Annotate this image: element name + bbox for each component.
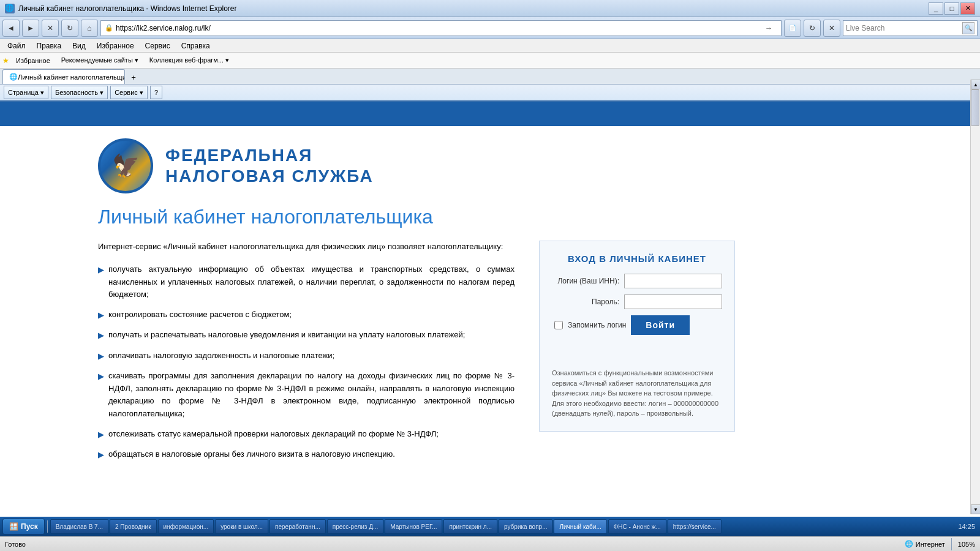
password-label: Пароль: — [552, 298, 619, 306]
taskbar-item-9[interactable]: Личный каби... — [554, 519, 606, 534]
menu-help[interactable]: Справка — [176, 40, 215, 51]
title-bar-left: 🌐 Личный кабинет налогоплательщика - Win… — [5, 4, 236, 13]
taskbar-item-5[interactable]: пресс-релиз Д... — [327, 519, 384, 534]
address-input[interactable] — [116, 24, 758, 32]
login-hint: Ознакомиться с функциональными возможнос… — [552, 368, 722, 419]
address-bar[interactable]: 🔒 → — [100, 20, 782, 36]
start-label: Пуск — [21, 522, 38, 531]
menu-file[interactable]: Файл — [2, 40, 31, 51]
active-tab[interactable]: 🌐 Личный кабинет налогоплательщика ✕ — [2, 69, 125, 84]
taskbar-item-4[interactable]: переработанн... — [270, 519, 326, 534]
list-item: ▶ обращаться в налоговые органы без личн… — [98, 448, 514, 461]
taskbar-item-11[interactable]: https://service... — [668, 519, 722, 534]
taskbar-item-6[interactable]: Мартынов РЕГ... — [385, 519, 442, 534]
refresh2-button[interactable]: ↻ — [804, 20, 821, 37]
scrollbar-track[interactable]: ▲ ▼ — [970, 80, 980, 514]
web-fragments[interactable]: Коллекция веб-фрагм... ▾ — [145, 54, 233, 66]
stop2-button[interactable]: ✕ — [823, 20, 840, 37]
taskbar: 🪟 Пуск Владислав В 7... 2 Проводник инфо… — [0, 517, 980, 536]
status-ready: Готово — [5, 541, 26, 548]
stop-button[interactable]: ✕ — [42, 20, 59, 37]
search-bar[interactable]: 🔍 — [843, 20, 978, 36]
list-item: ▶ контролировать состояние расчетов с бю… — [98, 309, 514, 321]
bullet-arrow-icon: ▶ — [98, 371, 104, 383]
bullet-text-3: получать и распечатывать налоговые уведо… — [108, 329, 465, 342]
tab-icon: 🌐 — [9, 73, 18, 81]
status-separator — [951, 538, 952, 550]
bullet-text-7: обращаться в налоговые органы без личног… — [108, 448, 395, 461]
menu-tools[interactable]: Сервис — [140, 40, 175, 51]
page-title: Личный кабинет налогоплательщика — [0, 200, 980, 234]
favorites-label[interactable]: Избранное — [12, 55, 55, 66]
ie-icon: 🌐 — [5, 4, 15, 13]
bullet-arrow-icon: ▶ — [98, 351, 104, 362]
go-button[interactable]: → — [760, 20, 777, 37]
close-button[interactable]: ✕ — [960, 2, 975, 15]
start-button[interactable]: 🪟 Пуск — [2, 519, 45, 534]
login-input[interactable] — [624, 274, 722, 288]
bullet-text-4: оплачивать налоговую задолженность и нал… — [108, 350, 334, 362]
list-item: ▶ отслеживать статус камеральной проверк… — [98, 428, 514, 441]
security-dropdown[interactable]: Безопасность ▾ — [51, 86, 108, 99]
list-item: ▶ скачивать программы для заполнения дек… — [98, 370, 514, 421]
list-item: ▶ получать актуальную информацию об объе… — [98, 263, 514, 301]
tools-dropdown[interactable]: Сервис ▾ — [110, 86, 148, 99]
feature-list: ▶ получать актуальную информацию об объе… — [98, 263, 514, 462]
status-right: 🌐 Интернет 105% — [905, 538, 975, 550]
content-area: Интернет-сервис «Личный кабинет налогопл… — [0, 234, 980, 474]
scroll-down-button[interactable]: ▼ — [971, 504, 980, 514]
remember-checkbox[interactable] — [554, 321, 563, 329]
title-bar-controls[interactable]: _ □ ✕ — [929, 2, 975, 15]
help-icon-button[interactable]: ? — [150, 86, 162, 99]
scroll-thumb[interactable] — [971, 89, 979, 126]
browser-toolbar: Страница ▾ Безопасность ▾ Сервис ▾ ? — [0, 84, 980, 102]
compat-button[interactable]: 📄 — [784, 20, 801, 37]
taskbar-item-1[interactable]: 2 Проводник — [110, 519, 157, 534]
fns-logo: 🦅 — [98, 138, 153, 193]
login-panel: ВХОД В ЛИЧНЫЙ КАБИНЕТ Логин (Ваш ИНН): П… — [539, 241, 735, 432]
taskbar-item-0[interactable]: Владислав В 7... — [50, 519, 108, 534]
taskbar-time: 14:25 — [958, 523, 975, 530]
password-input[interactable] — [624, 294, 722, 309]
tab-label: Личный кабинет налогоплательщика — [18, 73, 125, 81]
new-tab-button[interactable]: + — [127, 70, 140, 84]
forward-button[interactable]: ► — [22, 20, 39, 37]
minimize-button[interactable]: _ — [929, 2, 943, 15]
menu-favorites[interactable]: Избранное — [92, 40, 139, 51]
menu-edit[interactable]: Правка — [32, 40, 67, 51]
refresh-button[interactable]: ↻ — [61, 20, 78, 37]
maximize-button[interactable]: □ — [944, 2, 959, 15]
taskbar-item-10[interactable]: ФНС - Анонс ж... — [608, 519, 666, 534]
menu-view[interactable]: Вид — [67, 40, 91, 51]
login-field-row: Логин (Ваш ИНН): — [552, 274, 722, 288]
logo-section: 🦅 ФЕДЕРАЛЬНАЯ НАЛОГОВАЯ СЛУЖБА — [0, 126, 980, 200]
taskbar-item-8[interactable]: рубрика вопр... — [499, 519, 552, 534]
tab-bar: 🌐 Личный кабинет налогоплательщика ✕ + — [0, 69, 980, 84]
bullet-text-6: отслеживать статус камеральной проверки … — [108, 428, 439, 441]
page-dropdown[interactable]: Страница ▾ — [4, 86, 48, 99]
login-button[interactable]: Войти — [631, 315, 690, 335]
taskbar-item-3[interactable]: уроки в школ... — [215, 519, 268, 534]
taskbar-separator — [47, 520, 48, 533]
blue-header-banner — [0, 102, 980, 126]
login-panel-title: ВХОД В ЛИЧНЫЙ КАБИНЕТ — [552, 253, 722, 264]
bullet-arrow-icon: ▶ — [98, 310, 104, 321]
menu-bar: Файл Правка Вид Избранное Сервис Справка — [0, 39, 980, 53]
logo-line2: НАЛОГОВАЯ СЛУЖБА — [165, 166, 374, 187]
search-go-button[interactable]: 🔍 — [962, 22, 974, 34]
navigation-bar: ◄ ► ✕ ↻ ⌂ 🔒 → 📄 ↻ ✕ 🔍 — [0, 17, 980, 39]
list-item: ▶ оплачивать налоговую задолженность и н… — [98, 350, 514, 362]
back-button[interactable]: ◄ — [2, 20, 20, 37]
taskbar-item-7[interactable]: принтскрин л... — [443, 519, 497, 534]
intro-text: Интернет-сервис «Личный кабинет налогопл… — [98, 241, 514, 253]
taskbar-item-2[interactable]: информацион... — [158, 519, 214, 534]
password-field-row: Пароль: — [552, 294, 722, 309]
search-input[interactable] — [846, 24, 960, 32]
logo-line1: ФЕДЕРАЛЬНАЯ — [165, 145, 374, 166]
home-button[interactable]: ⌂ — [81, 20, 98, 37]
scroll-up-button[interactable]: ▲ — [971, 80, 980, 89]
title-bar: 🌐 Личный кабинет налогоплательщика - Win… — [0, 0, 980, 17]
left-content: Интернет-сервис «Личный кабинет налогопл… — [98, 241, 514, 468]
zoom-level: 105% — [958, 541, 975, 548]
recommended-sites[interactable]: Рекомендуемые сайты ▾ — [57, 54, 143, 66]
